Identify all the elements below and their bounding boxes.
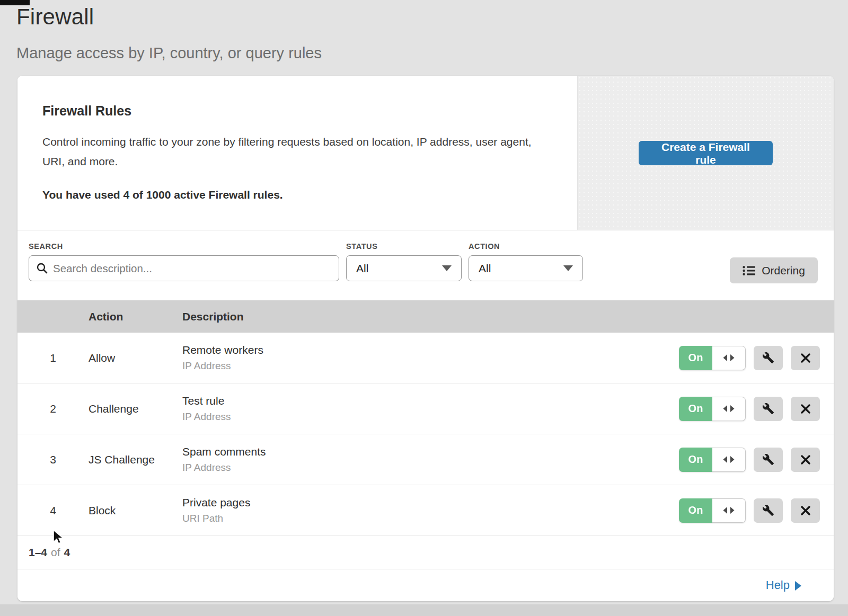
action-dropdown[interactable]: All [469, 255, 583, 281]
status-dropdown[interactable]: All [346, 255, 462, 281]
rule-priority: 1 [17, 352, 89, 364]
toggle-handle[interactable] [712, 346, 746, 370]
search-box[interactable] [29, 255, 339, 281]
rule-enabled-toggle[interactable]: On [679, 498, 746, 523]
rule-controls: On [679, 346, 834, 370]
column-action: Action [89, 310, 182, 323]
toggle-on-segment[interactable]: On [679, 397, 712, 421]
rule-priority: 2 [17, 403, 89, 415]
toggle-arrows-icon [723, 456, 735, 463]
create-firewall-rule-button[interactable]: Create a Firewall rule [639, 141, 773, 165]
chevron-down-icon [442, 265, 452, 271]
filters-bar: SEARCH STATUS All ACTION All Ordering [17, 230, 834, 300]
wrench-icon [762, 453, 774, 466]
delete-rule-button[interactable] [791, 498, 820, 523]
intro-heading: Firewall Rules [42, 103, 545, 119]
action-dropdown-value: All [479, 262, 491, 275]
action-label: ACTION [469, 242, 500, 251]
toggle-arrows-icon [723, 506, 735, 514]
toggle-on-segment[interactable]: On [679, 448, 712, 472]
help-link[interactable]: Help [766, 578, 801, 592]
intro-section: Firewall Rules Control incoming traffic … [17, 76, 834, 230]
ordering-list-icon [743, 265, 755, 276]
page-title: Firewall [16, 4, 322, 30]
toggle-handle[interactable] [712, 498, 746, 523]
delete-rule-button[interactable] [791, 397, 820, 421]
search-icon [37, 263, 48, 274]
search-label: SEARCH [29, 242, 63, 251]
close-icon [800, 454, 811, 465]
rule-priority: 3 [17, 453, 89, 466]
toggle-handle[interactable] [712, 448, 746, 472]
delete-rule-button[interactable] [791, 448, 820, 472]
delete-rule-button[interactable] [791, 346, 820, 370]
rule-description-cell: Remote workers IP Address [182, 344, 679, 372]
pagination-of-text: of [51, 546, 60, 559]
rule-action: Challenge [89, 403, 182, 415]
table-row: 1 Allow Remote workers IP Address On [17, 333, 834, 383]
toggle-handle[interactable] [712, 397, 746, 421]
search-input[interactable] [53, 262, 331, 275]
screen-artifact-bottom [0, 604, 848, 616]
firewall-rules-card: Firewall Rules Control incoming traffic … [17, 76, 834, 601]
intro-description: Control incoming traffic to your zone by… [42, 132, 545, 171]
edit-rule-button[interactable] [754, 498, 783, 523]
status-dropdown-value: All [356, 262, 368, 275]
toggle-on-segment[interactable]: On [679, 346, 712, 370]
table-header: Action Description [17, 300, 834, 333]
wrench-icon [762, 504, 774, 516]
rule-description-cell: Test rule IP Address [182, 395, 679, 423]
rule-action: JS Challenge [89, 453, 182, 466]
rule-action: Allow [89, 352, 182, 364]
edit-rule-button[interactable] [754, 346, 783, 370]
edit-rule-button[interactable] [754, 448, 783, 472]
pagination-range: 1–4 [29, 546, 47, 559]
rule-enabled-toggle[interactable]: On [679, 346, 746, 370]
column-description: Description [182, 310, 834, 323]
page-header: Firewall Manage access by IP, country, o… [16, 4, 322, 62]
wrench-icon [762, 352, 774, 364]
help-link-label: Help [766, 578, 790, 592]
rule-match-type: IP Address [182, 360, 679, 372]
rule-description: Spam comments [182, 445, 679, 458]
toggle-arrows-icon [723, 405, 735, 413]
wrench-icon [762, 403, 774, 415]
rule-enabled-toggle[interactable]: On [679, 448, 746, 472]
ordering-button[interactable]: Ordering [730, 257, 818, 283]
rule-description: Private pages [182, 496, 679, 509]
rule-match-type: IP Address [182, 411, 679, 423]
rule-controls: On [679, 448, 834, 472]
close-icon [800, 353, 811, 363]
chevron-down-icon [563, 265, 573, 271]
rule-description: Test rule [182, 395, 679, 407]
rule-priority: 4 [17, 504, 89, 517]
help-row: Help [17, 569, 834, 601]
table-row: 2 Challenge Test rule IP Address On [17, 383, 834, 434]
rule-description: Remote workers [182, 344, 679, 356]
status-label: STATUS [346, 242, 377, 251]
table-row: 3 JS Challenge Spam comments IP Address … [17, 434, 834, 485]
rule-description-cell: Spam comments IP Address [182, 445, 679, 474]
rule-controls: On [679, 397, 834, 421]
rule-controls: On [679, 498, 834, 523]
pagination-summary: 1–4 of 4 [17, 536, 834, 569]
intro-text-panel: Firewall Rules Control incoming traffic … [17, 76, 577, 230]
intro-action-panel: Create a Firewall rule [577, 76, 834, 230]
ordering-button-label: Ordering [762, 264, 805, 277]
rule-match-type: URI Path [182, 513, 679, 524]
toggle-on-segment[interactable]: On [679, 498, 712, 523]
rule-action: Block [89, 504, 182, 517]
edit-rule-button[interactable] [754, 397, 783, 421]
rule-description-cell: Private pages URI Path [182, 496, 679, 524]
page-subtitle: Manage access by IP, country, or query r… [16, 44, 322, 62]
close-icon [800, 505, 811, 516]
rule-match-type: IP Address [182, 462, 679, 474]
toggle-arrows-icon [723, 354, 735, 362]
pagination-total: 4 [64, 546, 70, 559]
usage-summary: You have used 4 of 1000 active Firewall … [42, 189, 545, 201]
table-row: 4 Block Private pages URI Path On [17, 485, 834, 536]
close-icon [800, 404, 811, 414]
help-arrow-icon [795, 581, 801, 591]
rule-enabled-toggle[interactable]: On [679, 397, 746, 421]
